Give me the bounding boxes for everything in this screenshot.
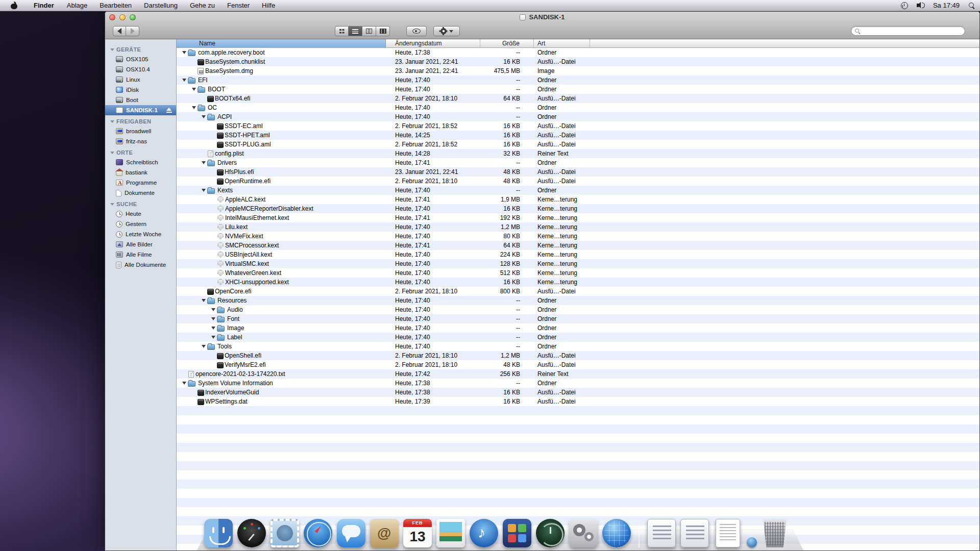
table-row[interactable]: XHCI-unsupported.kextHeute, 17:4016 KBKe… bbox=[177, 278, 979, 287]
disclosure-triangle-icon[interactable] bbox=[211, 327, 215, 330]
ical-icon[interactable]: FEB13 bbox=[403, 519, 432, 547]
table-row[interactable]: BOOTx64.efi2. Februar 2021, 18:1064 KBAu… bbox=[177, 94, 979, 103]
table-row[interactable]: USBInjectAll.kextHeute, 17:40224 KBKerne… bbox=[177, 250, 979, 259]
view-list-button[interactable] bbox=[349, 26, 362, 36]
view-icon-button[interactable] bbox=[335, 26, 349, 36]
finder-icon[interactable] bbox=[204, 519, 233, 547]
table-row[interactable]: OpenCore.efi2. Februar 2021, 18:10800 KB… bbox=[177, 287, 979, 296]
disclosure-triangle-icon[interactable] bbox=[192, 106, 196, 109]
menu-item-darstellung[interactable]: Darstellung bbox=[138, 0, 184, 11]
disclosure-triangle-icon[interactable] bbox=[202, 345, 206, 348]
menu-item-bearbeiten[interactable]: Bearbeiten bbox=[93, 0, 138, 11]
disclosure-slot[interactable] bbox=[181, 51, 188, 54]
disclosure-triangle-icon[interactable] bbox=[202, 115, 206, 118]
sidebar-item-bastiank[interactable]: bastiank bbox=[105, 167, 176, 178]
section-disclosure-icon[interactable] bbox=[110, 152, 114, 154]
disclosure-slot[interactable] bbox=[210, 317, 217, 320]
table-row[interactable]: VerifyMsrE2.efi2. Februar 2021, 18:1048 … bbox=[177, 360, 979, 369]
disclosure-slot[interactable] bbox=[181, 382, 188, 385]
disclosure-slot[interactable] bbox=[210, 327, 217, 330]
apple-menu-icon[interactable] bbox=[11, 2, 17, 9]
table-row[interactable]: LabelHeute, 17:40--Ordner bbox=[177, 333, 979, 342]
trash-icon[interactable] bbox=[762, 519, 788, 547]
table-row[interactable]: OpenRuntime.efi2. Februar 2021, 18:1048 … bbox=[177, 177, 979, 186]
disclosure-slot[interactable] bbox=[210, 336, 217, 339]
table-row[interactable]: opencore-2021-02-13-174220.txtHeute, 17:… bbox=[177, 369, 979, 379]
section-disclosure-icon[interactable] bbox=[110, 120, 114, 123]
iphoto-icon[interactable] bbox=[436, 519, 465, 547]
sidebar-item-osx10-4[interactable]: OSX10.4 bbox=[105, 64, 176, 74]
table-row[interactable]: FontHeute, 17:40--Ordner bbox=[177, 314, 979, 323]
disclosure-triangle-icon[interactable] bbox=[182, 382, 186, 385]
column-header-size[interactable]: Größe bbox=[480, 39, 534, 47]
table-row[interactable]: ToolsHeute, 17:40--Ordner bbox=[177, 342, 979, 351]
sidebar-item-linux[interactable]: Linux bbox=[105, 74, 176, 85]
table-row[interactable]: SMCProcessor.kextHeute, 17:4164 KBKerne…… bbox=[177, 241, 979, 250]
dashboard-icon[interactable] bbox=[237, 519, 266, 547]
table-row[interactable]: SSDT-PLUG.aml2. Februar 2021, 18:5216 KB… bbox=[177, 140, 979, 149]
table-row[interactable]: AudioHeute, 17:40--Ordner bbox=[177, 305, 979, 314]
table-row[interactable]: config.plistHeute, 14:2832 KBReiner Text bbox=[177, 149, 979, 158]
table-row[interactable]: WhateverGreen.kextHeute, 17:40512 KBKern… bbox=[177, 268, 979, 278]
ichat-icon[interactable] bbox=[337, 519, 365, 547]
disclosure-triangle-icon[interactable] bbox=[211, 317, 215, 320]
sidebar-item-gestern[interactable]: Gestern bbox=[105, 219, 176, 229]
sidebar-item-heute[interactable]: Heute bbox=[105, 209, 176, 219]
disclosure-triangle-icon[interactable] bbox=[192, 88, 196, 91]
view-columns-button[interactable] bbox=[362, 26, 376, 36]
menu-clock[interactable]: Sa 17:49 bbox=[929, 2, 964, 9]
table-row[interactable]: ACPIHeute, 17:40--Ordner bbox=[177, 112, 979, 121]
forward-button[interactable] bbox=[126, 26, 139, 36]
disclosure-triangle-icon[interactable] bbox=[202, 189, 206, 192]
disclosure-triangle-icon[interactable] bbox=[182, 79, 186, 82]
table-row[interactable]: BOOTHeute, 17:40--Ordner bbox=[177, 85, 979, 94]
menu-item-hilfe[interactable]: Hilfe bbox=[256, 0, 281, 11]
table-row[interactable]: OpenShell.efi2. Februar 2021, 18:101,2 M… bbox=[177, 351, 979, 360]
table-row[interactable]: Lilu.kextHeute, 17:401,2 MBKerne…terung bbox=[177, 222, 979, 232]
docstack-icon[interactable] bbox=[647, 519, 676, 547]
table-row[interactable]: EFIHeute, 17:40--Ordner bbox=[177, 76, 979, 85]
table-row[interactable]: IndexerVolumeGuidHeute, 17:3816 KBAusfü…… bbox=[177, 388, 979, 397]
time-machine-menu-icon[interactable] bbox=[900, 1, 909, 10]
table-row[interactable]: AppleMCEReporterDisabler.kextHeute, 17:4… bbox=[177, 204, 979, 213]
sidebar-item-osx105[interactable]: OSX105 bbox=[105, 54, 176, 64]
disclosure-triangle-icon[interactable] bbox=[211, 336, 215, 339]
sidebar-item-broadwell[interactable]: broadwell bbox=[105, 126, 176, 136]
table-row[interactable]: KextsHeute, 17:40--Ordner bbox=[177, 186, 979, 195]
disclosure-triangle-icon[interactable] bbox=[211, 308, 215, 311]
docstack-icon[interactable] bbox=[680, 519, 709, 547]
disclosure-slot[interactable] bbox=[200, 161, 207, 164]
table-row[interactable]: SSDT-HPET.amlHeute, 14:2516 KBAusfü…-Dat… bbox=[177, 131, 979, 140]
sidebar-item-dokumente[interactable]: Dokumente bbox=[105, 188, 176, 198]
quicklook-button[interactable] bbox=[406, 26, 427, 36]
disclosure-triangle-icon[interactable] bbox=[202, 161, 206, 164]
netglobe-icon[interactable] bbox=[602, 519, 631, 547]
miniglobe-icon[interactable] bbox=[747, 537, 757, 547]
table-row[interactable]: OCHeute, 17:40--Ordner bbox=[177, 103, 979, 112]
sidebar-item-letzte-woche[interactable]: Letzte Woche bbox=[105, 229, 176, 239]
search-field[interactable] bbox=[851, 26, 965, 36]
sidebar-item-boot[interactable]: Boot bbox=[105, 95, 176, 105]
table-row[interactable]: NVMeFix.kextHeute, 17:4080 KBKerne…terun… bbox=[177, 232, 979, 241]
sidebar-item-sandisk-1[interactable]: SANDISK-1 bbox=[105, 105, 176, 115]
table-row[interactable]: HfsPlus.efi23. Januar 2021, 22:4148 KBAu… bbox=[177, 167, 979, 177]
disclosure-triangle-icon[interactable] bbox=[202, 299, 206, 302]
textdoc-icon[interactable] bbox=[716, 519, 740, 547]
column-header-date[interactable]: Änderungsdatum bbox=[386, 39, 480, 47]
disclosure-slot[interactable] bbox=[190, 88, 198, 91]
disclosure-slot[interactable] bbox=[200, 299, 207, 302]
section-disclosure-icon[interactable] bbox=[110, 48, 114, 51]
menu-item-ablage[interactable]: Ablage bbox=[61, 0, 93, 11]
table-row[interactable]: BaseSystem.chunklist23. Januar 2021, 22:… bbox=[177, 57, 979, 66]
view-coverflow-button[interactable] bbox=[376, 26, 390, 36]
mail-icon[interactable] bbox=[271, 519, 299, 547]
table-row[interactable]: VirtualSMC.kextHeute, 17:40128 KBKerne…t… bbox=[177, 259, 979, 268]
menu-item-fenster[interactable]: Fenster bbox=[221, 0, 256, 11]
table-row[interactable]: ImageHeute, 17:40--Ordner bbox=[177, 323, 979, 333]
sidebar-item-schreibtisch[interactable]: Schreibtisch bbox=[105, 157, 176, 167]
safari-icon[interactable] bbox=[304, 519, 332, 547]
back-button[interactable] bbox=[113, 26, 126, 36]
disclosure-slot[interactable] bbox=[181, 79, 188, 82]
itunes-icon[interactable] bbox=[470, 519, 498, 547]
table-row[interactable]: DriversHeute, 17:41--Ordner bbox=[177, 158, 979, 167]
